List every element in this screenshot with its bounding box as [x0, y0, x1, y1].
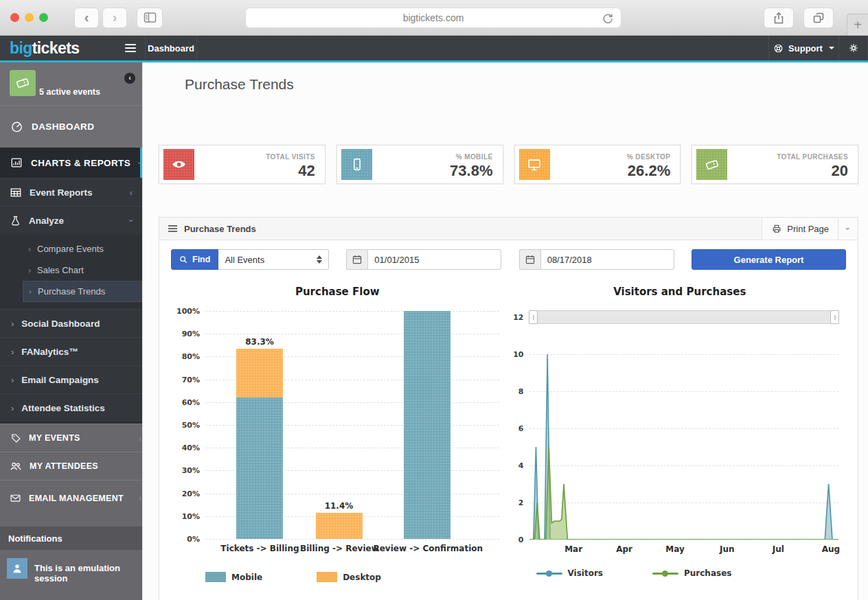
area-fill-purchases [529, 447, 839, 540]
sidebar-item-email-campaigns[interactable]: ›Email Campaigns [0, 365, 142, 393]
dashboard-gauge-icon [10, 120, 23, 133]
chart-title: Purchase Flow [166, 286, 509, 298]
sidebar-item-my-attendees[interactable]: MY ATTENDEES [0, 452, 142, 480]
flow-legend: MobileDesktop [205, 572, 509, 582]
sidebar-toggle-icon [143, 10, 157, 25]
sidebar-item-email-management[interactable]: EMAIL MANAGEMENT ‹ [0, 480, 142, 516]
sidebar-item-fanalytics[interactable]: ›FANalytics™ [0, 337, 142, 365]
app-navbar: bigtickets Dashboard Support [0, 36, 868, 60]
bigtickets-logo[interactable]: bigtickets [10, 41, 79, 56]
chevron-left-icon: ‹ [130, 187, 133, 198]
back-button[interactable]: ‹ [74, 8, 99, 28]
nav-support[interactable]: Support [768, 36, 838, 60]
gridline [529, 540, 839, 540]
stat-cards: TOTAL VISITS42 % MOBILE73.8% % DESKTOP26… [159, 145, 858, 184]
forward-button[interactable]: › [102, 8, 127, 28]
sidebar-subitem-sales-chart[interactable]: ›Sales Chart [0, 259, 142, 281]
y-tick-label: 20% [182, 489, 200, 498]
sidebar-item-attendee-statistics[interactable]: ›Attendee Statistics [0, 393, 142, 422]
menu-hamburger-icon[interactable] [125, 42, 136, 54]
chevron-right-icon: › [11, 375, 14, 385]
y-tick-label: 80% [182, 352, 200, 361]
ticket-icon [10, 70, 36, 96]
back-icon: ‹ [84, 10, 89, 25]
generate-report-button[interactable]: Generate Report [692, 249, 846, 270]
vp-series-svg [529, 317, 839, 540]
select-arrows-icon [317, 255, 322, 264]
flow-x-axis: Tickets -> BillingBilling -> ReviewRevie… [205, 544, 501, 556]
date-from-input[interactable] [367, 249, 501, 270]
stat-value: 73.8% [450, 162, 492, 179]
minimize-window-button[interactable] [25, 13, 34, 22]
close-window-button[interactable] [10, 13, 19, 22]
legend-item-desktop[interactable]: Desktop [317, 572, 381, 582]
sidebar-item-my-events[interactable]: MY EVENTS ‹ [0, 424, 142, 452]
sidebar-subitem-purchase-trends[interactable]: ›Purchase Trends [23, 281, 142, 302]
sidebar: 5 active events ‹ DASHBOARD CHARTS & REP… [0, 62, 142, 600]
refresh-icon[interactable] [601, 12, 615, 25]
share-icon [772, 11, 786, 25]
vp-plot-area [529, 317, 839, 540]
bar-chart-icon [10, 157, 23, 169]
nav-dashboard[interactable]: Dashboard [145, 36, 197, 60]
y-tick-label: 50% [182, 421, 200, 430]
y-tick-label: 0% [187, 535, 200, 544]
tag-icon [10, 432, 21, 444]
find-button[interactable]: Find [171, 249, 218, 270]
window-controls [10, 13, 48, 22]
x-tick-label: Apr [616, 544, 632, 554]
sidebar-subitem-compare-events[interactable]: ›Compare Events [0, 238, 142, 259]
stat-value: 26.2% [628, 162, 670, 179]
table-icon [10, 186, 22, 198]
bar-segment-mobile [236, 397, 283, 539]
browser-chrome: ‹ › bigtickets.com + [0, 0, 868, 36]
y-tick-label: 100% [176, 307, 200, 316]
new-tab-button[interactable]: + [847, 14, 868, 36]
stacked-bar: 83.3% [236, 349, 283, 539]
area-line-visitors [529, 354, 839, 540]
sidebar-item-analyze[interactable]: Analyze › [0, 206, 142, 234]
users-icon [10, 460, 22, 472]
sidebar-item-event-reports[interactable]: Event Reports ‹ [0, 178, 142, 206]
visitors-purchases-chart: Visitors and Purchases 121086420 MarAprM… [509, 278, 852, 582]
show-tabs-button[interactable] [803, 8, 834, 28]
legend-swatch [205, 572, 226, 582]
legend-item-visitors[interactable]: Visitors [536, 568, 604, 578]
legend-item-purchases[interactable]: Purchases [652, 568, 731, 578]
print-page-button[interactable]: Print Page [762, 218, 838, 240]
address-bar[interactable]: bigtickets.com [245, 8, 621, 28]
sidebar-item-dashboard[interactable]: DASHBOARD [0, 105, 142, 148]
sidebar-item-charts-reports[interactable]: CHARTS & REPORTS › [0, 148, 142, 178]
notification-item[interactable]: This is an emulation session [0, 550, 142, 600]
stat-card-total-visits: TOTAL VISITS42 [159, 145, 326, 184]
notification-message: This is an emulation session [34, 558, 135, 584]
x-tick-label: May [665, 544, 685, 554]
eye-icon [163, 149, 194, 180]
chevron-right-icon: › [28, 244, 31, 254]
maximize-window-button[interactable] [39, 13, 48, 22]
nav-settings[interactable] [838, 36, 868, 60]
share-button[interactable] [764, 8, 794, 28]
sidebar-item-social-dashboard[interactable]: ›Social Dashboard [0, 309, 142, 337]
x-tick-label: Review -> Confirmation [373, 544, 483, 553]
y-tick-label: 70% [182, 375, 200, 384]
chart-title: Visitors and Purchases [509, 286, 852, 298]
calendar-icon [346, 249, 367, 270]
sidebar-toggle-button[interactable] [137, 8, 163, 28]
y-tick-label: 8 [518, 387, 524, 396]
panel-collapse-button[interactable]: › [838, 218, 858, 240]
date-to-input[interactable] [540, 249, 674, 270]
life-ring-icon [773, 43, 784, 54]
sidebar-active-events[interactable]: 5 active events ‹ [0, 62, 142, 105]
gear-icon [848, 43, 859, 54]
stat-label: % DESKTOP [627, 153, 670, 161]
legend-item-mobile[interactable]: Mobile [205, 572, 262, 582]
stacked-bar [404, 311, 450, 539]
y-tick-label: 0 [518, 535, 524, 544]
sidebar-collapse-button[interactable]: ‹ [124, 73, 135, 84]
event-select[interactable]: All Events [218, 249, 329, 270]
stat-value: 20 [832, 162, 848, 179]
panel-menu-icon[interactable] [168, 224, 177, 233]
panel-title: Purchase Trends [184, 224, 256, 234]
y-tick-label: 12 [513, 313, 523, 322]
